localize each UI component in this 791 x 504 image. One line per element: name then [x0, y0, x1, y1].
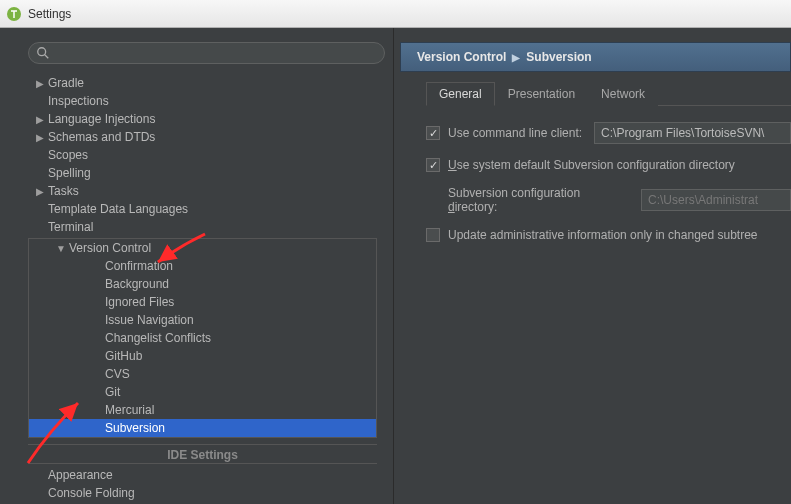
tree-item-label: Gradle — [48, 76, 84, 90]
tree-item-label: Background — [105, 277, 169, 291]
checkbox-use-default-dir[interactable]: ✓ — [426, 158, 440, 172]
titlebar: Settings — [0, 0, 791, 28]
search-icon — [36, 46, 50, 60]
tree-item-label: Template Data Languages — [48, 202, 188, 216]
app-icon — [6, 6, 22, 22]
expand-arrow-icon[interactable]: ▶ — [34, 186, 46, 197]
search-input[interactable] — [28, 42, 385, 64]
content-pane: Version Control ▶ Subversion General Pre… — [394, 28, 791, 504]
tree-item[interactable]: Git — [29, 383, 376, 401]
tree-item-label: Inspections — [48, 94, 109, 108]
checkbox-update-admin[interactable] — [426, 228, 440, 242]
tab-general[interactable]: General — [426, 82, 495, 106]
row-config-dir: Subversion configuration directory: — [448, 186, 791, 214]
checkbox-use-cli[interactable]: ✓ — [426, 126, 440, 140]
tree-item-label: Terminal — [48, 220, 93, 234]
tree-item-label: Confirmation — [105, 259, 173, 273]
tabs: General Presentation Network — [426, 82, 791, 106]
breadcrumb-leaf: Subversion — [526, 50, 591, 64]
form: ✓ Use command line client: ✓ Use system … — [394, 106, 791, 256]
tree-item-label: Language Injections — [48, 112, 155, 126]
breadcrumb-root: Version Control — [417, 50, 506, 64]
expand-arrow-icon[interactable]: ▶ — [34, 132, 46, 143]
label-config-dir: Subversion configuration directory: — [448, 186, 629, 214]
tree-item-label: Appearance — [48, 468, 113, 482]
tree-item-label: Issue Navigation — [105, 313, 194, 327]
tree-item[interactable]: GitHub — [29, 347, 376, 365]
settings-tree[interactable]: ▶GradleInspections▶Language Injections▶S… — [8, 74, 385, 504]
tree-item[interactable]: Appearance — [8, 466, 385, 484]
input-cli-path[interactable] — [594, 122, 791, 144]
tree-item[interactable]: Console Folding — [8, 484, 385, 502]
expand-arrow-icon[interactable]: ▼ — [55, 243, 67, 254]
row-update-admin: Update administrative information only i… — [426, 228, 791, 242]
tree-item-label: Changelist Conflicts — [105, 331, 211, 345]
tree-item[interactable]: Scopes — [8, 146, 385, 164]
breadcrumb-sep-icon: ▶ — [512, 52, 520, 63]
tree-item-label: Ignored Files — [105, 295, 174, 309]
tree-item-label: Mercurial — [105, 403, 154, 417]
tree-item[interactable]: Background — [29, 275, 376, 293]
search-wrap — [28, 42, 385, 64]
label-update-admin: Update administrative information only i… — [448, 228, 758, 242]
input-config-dir[interactable] — [641, 189, 791, 211]
svg-point-1 — [38, 48, 46, 56]
tab-presentation[interactable]: Presentation — [495, 82, 588, 106]
tree-item[interactable]: CVS — [29, 365, 376, 383]
tree-item-label: Subversion — [105, 421, 165, 435]
tree-item-label: Console Folding — [48, 486, 135, 500]
tree-item[interactable]: Ignored Files — [29, 293, 376, 311]
tree-item-label: CVS — [105, 367, 130, 381]
tree-item[interactable]: Confirmation — [29, 257, 376, 275]
tree-item-label: GitHub — [105, 349, 142, 363]
expand-arrow-icon[interactable]: ▶ — [34, 114, 46, 125]
expand-arrow-icon[interactable]: ▶ — [34, 78, 46, 89]
label-use-default-dir: Use system default Subversion configurat… — [448, 158, 735, 172]
tree-item[interactable]: ▶Gradle — [8, 74, 385, 92]
tree-item-label: Scopes — [48, 148, 88, 162]
tree-item[interactable]: Changelist Conflicts — [29, 329, 376, 347]
svg-line-2 — [45, 55, 49, 59]
window-title: Settings — [28, 7, 71, 21]
tree-item-label: Git — [105, 385, 120, 399]
tree-item[interactable]: Inspections — [8, 92, 385, 110]
tree-item-label: Spelling — [48, 166, 91, 180]
tree-item[interactable]: ▼Version Control — [29, 239, 376, 257]
breadcrumb: Version Control ▶ Subversion — [400, 42, 791, 72]
tree-item-label: Schemas and DTDs — [48, 130, 155, 144]
tree-item[interactable]: Template Data Languages — [8, 200, 385, 218]
label-use-cli: Use command line client: — [448, 126, 582, 140]
tree-group-version-control: ▼Version ControlConfirmationBackgroundIg… — [28, 238, 377, 438]
row-use-cli: ✓ Use command line client: — [426, 122, 791, 144]
tree-item[interactable]: ▶Tasks — [8, 182, 385, 200]
section-header-ide: IDE Settings — [28, 444, 377, 464]
tree-item[interactable]: Spelling — [8, 164, 385, 182]
tree-item[interactable]: Issue Navigation — [29, 311, 376, 329]
row-use-default-dir: ✓ Use system default Subversion configur… — [426, 158, 791, 172]
tree-item[interactable]: Terminal — [8, 218, 385, 236]
sidebar: ▶GradleInspections▶Language Injections▶S… — [0, 28, 394, 504]
tree-item-label: Tasks — [48, 184, 79, 198]
tab-network[interactable]: Network — [588, 82, 658, 106]
tree-item[interactable]: ▶Schemas and DTDs — [8, 128, 385, 146]
tree-item-label: Version Control — [69, 241, 151, 255]
tree-item[interactable]: Mercurial — [29, 401, 376, 419]
tree-item[interactable]: ▶Language Injections — [8, 110, 385, 128]
tree-item[interactable]: Subversion — [29, 419, 376, 437]
